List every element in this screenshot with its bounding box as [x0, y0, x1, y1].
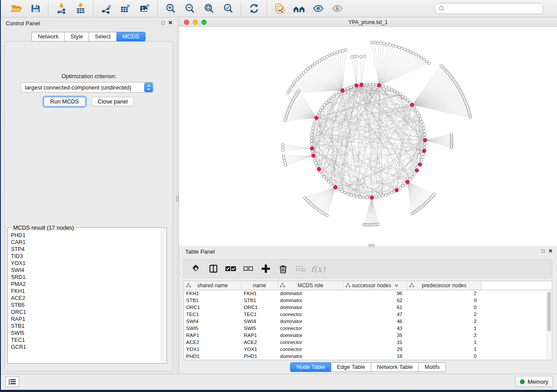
- import-network-icon[interactable]: [55, 3, 68, 15]
- refresh-icon[interactable]: [247, 3, 260, 15]
- status-bar: Memory: [1, 374, 557, 390]
- mcds-result-item[interactable]: SWI4: [11, 267, 161, 274]
- column-header-name[interactable]: name: [242, 281, 278, 290]
- float-table-panel-icon[interactable]: □: [542, 248, 545, 254]
- network-window: YPA_prune.txt_1: [179, 18, 557, 246]
- delete-icon[interactable]: [277, 263, 289, 275]
- panel-menu-button[interactable]: [5, 376, 19, 387]
- tab-motifs[interactable]: Motifs: [419, 362, 446, 372]
- table-cell: 2: [407, 332, 481, 339]
- tab-network-table[interactable]: Network Table: [371, 362, 419, 372]
- import-table-icon[interactable]: [74, 3, 87, 15]
- table-cell: YOX1: [242, 346, 278, 353]
- mcds-result-list[interactable]: PHD1CAR1STP4TID3YOX1SWI4SRD1PMA2FKH1ACE2…: [8, 229, 161, 363]
- tab-mcds[interactable]: MCDS: [117, 32, 145, 41]
- network-canvas[interactable]: [179, 27, 557, 246]
- copy-share-icon[interactable]: [273, 3, 286, 15]
- columns-icon[interactable]: [208, 263, 219, 275]
- node-table[interactable]: shared namenameMCDS rolesuccessor nodesp…: [183, 281, 552, 360]
- mcds-result-item[interactable]: YOX1: [11, 260, 161, 267]
- zoom-selected-icon[interactable]: [221, 3, 235, 15]
- toolbar-group: [93, 1, 157, 16]
- network-graph[interactable]: [179, 27, 557, 246]
- open-folder-icon[interactable]: [10, 3, 23, 15]
- column-header-predecessor-nodes[interactable]: predecessor nodes: [407, 281, 481, 290]
- table-scrollbar-thumb[interactable]: [547, 292, 551, 331]
- table-cell: RAP1: [242, 332, 278, 339]
- column-label: shared name: [197, 282, 228, 289]
- first-neighbors-icon[interactable]: [292, 3, 305, 15]
- column-header-successor-nodes[interactable]: successor nodes: [343, 281, 407, 290]
- tab-edge-table[interactable]: Edge Table: [331, 362, 371, 372]
- close-table-panel-icon[interactable]: ✕: [548, 248, 553, 254]
- tab-select[interactable]: Select: [89, 32, 117, 41]
- table-row[interactable]: STB1STB1dominator620: [184, 297, 552, 304]
- mcds-result-item[interactable]: STP4: [11, 246, 161, 253]
- table-cell: 2: [407, 311, 481, 318]
- select-all-icon[interactable]: [225, 263, 236, 275]
- table-row[interactable]: ACE2ACE2connector311: [184, 339, 552, 346]
- table-cell: dominator: [278, 332, 343, 339]
- table-cell: 47: [343, 311, 407, 318]
- column-label: predecessor nodes: [422, 282, 466, 289]
- mcds-result-item[interactable]: RAP1: [11, 316, 161, 323]
- add-icon[interactable]: [260, 263, 271, 275]
- export-network-icon[interactable]: [100, 3, 113, 15]
- mcds-result-item[interactable]: SWI5: [11, 330, 161, 337]
- mcds-result-item[interactable]: PMA2: [11, 281, 161, 288]
- mcds-result-item[interactable]: TEC1: [11, 337, 161, 344]
- table-row[interactable]: SWI4SWI4dominator462: [184, 318, 552, 325]
- mcds-result-item[interactable]: STB1: [11, 323, 161, 330]
- function-builder-icon: f(x): [312, 263, 324, 275]
- tab-node-table[interactable]: Node Table: [290, 362, 331, 372]
- result-scrollbar[interactable]: [161, 228, 166, 363]
- search-field[interactable]: [435, 3, 543, 14]
- settings-icon[interactable]: [190, 263, 201, 275]
- table-cell: SWI5: [242, 325, 278, 332]
- column-header-shared-name[interactable]: shared name: [184, 281, 242, 290]
- criterion-dropdown[interactable]: largest connected component (undirected): [21, 82, 154, 93]
- mcds-result-item[interactable]: STB5: [11, 302, 161, 309]
- mcds-result-item[interactable]: PHD1: [11, 232, 161, 239]
- tab-style[interactable]: Style: [65, 32, 89, 41]
- run-mcds-button[interactable]: Run MCDS: [44, 97, 86, 107]
- table-row[interactable]: PHD1PHD1dominator180: [184, 353, 552, 360]
- search-input[interactable]: [447, 5, 539, 12]
- close-panel-button[interactable]: Close panel: [91, 97, 135, 107]
- control-panel-title: Control Panel: [6, 20, 40, 27]
- hide-eye-icon[interactable]: [311, 3, 325, 15]
- table-row[interactable]: SWI5SWI5connector431: [184, 325, 552, 332]
- mcds-result-item[interactable]: GCR1: [11, 344, 161, 351]
- table-row[interactable]: RAP1RAP1dominator352: [184, 332, 552, 339]
- table-cell: 96: [343, 290, 407, 297]
- table-row[interactable]: ORC1ORC1dominator610: [184, 304, 552, 311]
- table-cell: TEC1: [242, 311, 278, 318]
- table-row[interactable]: YOX1YOX1connector291: [184, 346, 552, 353]
- deselect-all-icon[interactable]: [242, 263, 254, 275]
- table-row[interactable]: TEC1TEC1connector472: [184, 311, 552, 318]
- mcds-result-item[interactable]: ACE2: [11, 295, 161, 302]
- mcds-result-item[interactable]: ORC1: [11, 309, 161, 316]
- main-toolbar: [1, 0, 557, 17]
- memory-button[interactable]: Memory: [515, 376, 553, 387]
- show-eye-icon[interactable]: [331, 3, 344, 15]
- export-image-icon[interactable]: [138, 3, 151, 15]
- mcds-result-item[interactable]: CAR1: [11, 239, 161, 246]
- mcds-result-item[interactable]: SRD1: [11, 274, 161, 281]
- table-cell: connector: [278, 339, 343, 346]
- table-cell: 61: [343, 304, 407, 311]
- close-panel-icon[interactable]: ✕: [168, 20, 173, 26]
- tab-network[interactable]: Network: [31, 32, 65, 41]
- table-scrollbar[interactable]: [547, 290, 551, 359]
- column-header-MCDS-role[interactable]: MCDS role: [278, 281, 343, 290]
- table-row[interactable]: FKH1FKH1dominator962: [184, 290, 552, 297]
- save-icon[interactable]: [29, 3, 42, 15]
- zoom-in-icon[interactable]: [164, 3, 177, 15]
- zoom-out-icon[interactable]: [183, 3, 196, 15]
- mcds-result-item[interactable]: TID3: [11, 253, 161, 260]
- mcds-result-item[interactable]: FKH1: [11, 288, 161, 295]
- float-panel-icon[interactable]: □: [162, 20, 165, 26]
- export-table-icon[interactable]: [119, 3, 132, 15]
- zoom-fit-icon[interactable]: [202, 3, 215, 15]
- network-titlebar: YPA_prune.txt_1: [179, 18, 557, 28]
